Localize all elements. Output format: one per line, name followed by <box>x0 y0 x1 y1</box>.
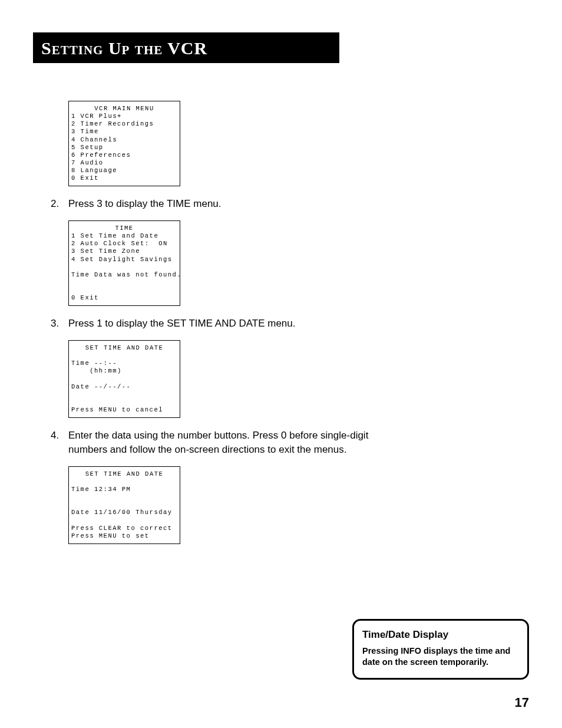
time-hint: (hh:mm) <box>71 367 122 374</box>
step-4: 4. Enter the data using the number butto… <box>51 429 381 457</box>
menu-item: 2 Auto Clock Set: ON <box>71 240 168 247</box>
menu-item: 2 Timer Recordings <box>71 120 154 127</box>
menu-item: 5 Setup <box>71 144 104 151</box>
menu-item: 7 Audio <box>71 159 104 166</box>
time-line: Time 12:34 PM <box>71 486 131 493</box>
page-number: 17 <box>515 695 529 710</box>
vcr-main-menu-screen: VCR MAIN MENU1 VCR Plus+ 2 Timer Recordi… <box>68 101 180 186</box>
step-3: 3. Press 1 to display the SET TIME AND D… <box>51 317 381 331</box>
step-number: 3. <box>51 317 68 331</box>
menu-item: 1 VCR Plus+ <box>71 113 122 120</box>
menu-item: 0 Exit <box>71 174 99 182</box>
set-time-filled-screen: SET TIME AND DATE Time 12:34 PM Date 11/… <box>68 466 180 544</box>
step-2: 2. Press 3 to display the TIME menu. <box>51 197 381 211</box>
tip-box: Time/Date Display Pressing INFO displays… <box>352 619 529 680</box>
date-line: Date 11/16/00 Thursday <box>71 509 173 516</box>
menu-item: 3 Set Time Zone <box>71 248 140 255</box>
set-time-blank-screen: SET TIME AND DATE Time --:-- (hh:mm) Dat… <box>68 340 180 418</box>
footer-line: Press CLEAR to correct <box>71 525 173 532</box>
section-header: Setting Up the VCR <box>33 32 339 63</box>
step-text: Enter the data using the number buttons.… <box>68 429 381 457</box>
footer-line: Press MENU to cancel <box>71 406 163 413</box>
step-text: Press 1 to display the SET TIME AND DATE… <box>68 317 381 331</box>
status-line: Time Data was not found. <box>71 271 181 278</box>
step-number: 2. <box>51 197 68 211</box>
tip-body: Pressing INFO displays the time and date… <box>362 645 519 668</box>
step-number: 4. <box>51 429 68 457</box>
menu-item: 4 Set Daylight Savings <box>71 256 173 263</box>
time-line: Time --:-- <box>71 360 117 367</box>
screen-title: SET TIME AND DATE <box>71 470 177 478</box>
menu-item: 1 Set Time and Date <box>71 232 158 239</box>
section-title: Setting Up the VCR <box>41 38 331 58</box>
menu-item: 3 Time <box>71 128 99 135</box>
screen-title: TIME <box>71 225 177 232</box>
menu-item: 6 Preferences <box>71 151 131 159</box>
menu-item: 0 Exit <box>71 294 99 301</box>
menu-item: 4 Channels <box>71 136 117 143</box>
menu-item: 8 Language <box>71 167 117 174</box>
date-line: Date --/--/-- <box>71 383 131 390</box>
tip-title: Time/Date Display <box>362 629 519 641</box>
step-text: Press 3 to display the TIME menu. <box>68 197 381 211</box>
content-area: VCR MAIN MENU1 VCR Plus+ 2 Timer Recordi… <box>51 101 381 544</box>
time-menu-screen: TIME1 Set Time and Date 2 Auto Clock Set… <box>68 220 180 306</box>
screen-title: SET TIME AND DATE <box>71 344 177 352</box>
footer-line: Press MENU to set <box>71 532 150 539</box>
screen-title: VCR MAIN MENU <box>71 105 177 113</box>
